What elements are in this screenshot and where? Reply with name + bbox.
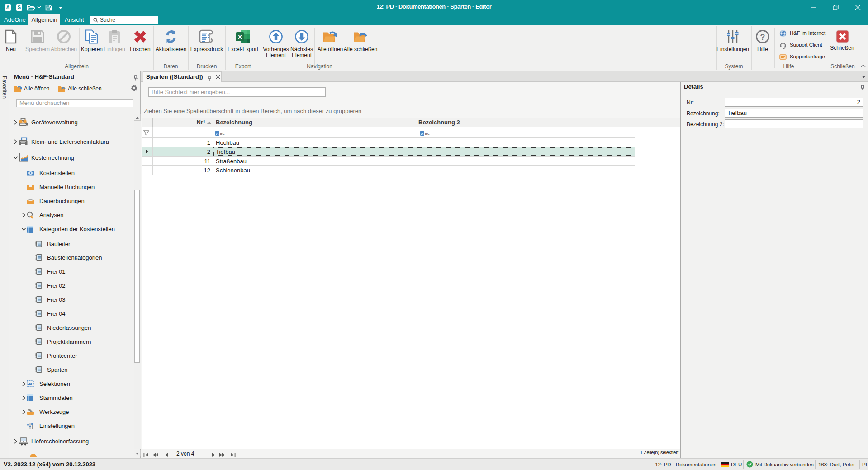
svg-text:A: A xyxy=(216,132,219,136)
svg-text:?: ? xyxy=(760,33,765,42)
svg-text:A: A xyxy=(421,132,424,136)
svg-text:X: X xyxy=(237,33,242,41)
svg-text:BC: BC xyxy=(425,132,430,136)
svg-text:BC: BC xyxy=(220,132,225,136)
